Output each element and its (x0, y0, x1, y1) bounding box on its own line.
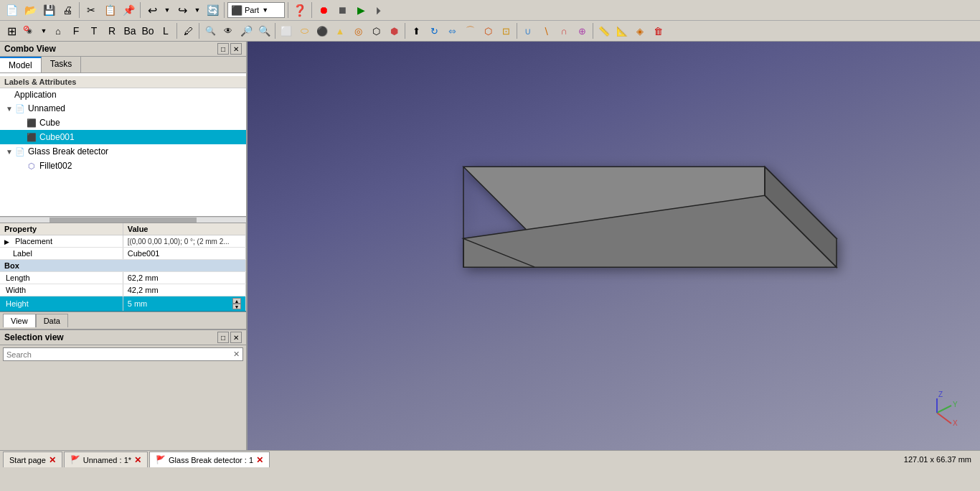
part-mirror-button[interactable]: ⇔ (443, 22, 461, 39)
property-row-placement[interactable]: ▶ Placement [(0,00 0,00 1,00); 0 °; (2 m… (0, 235, 246, 248)
height-down-arrow[interactable]: ▼ (232, 304, 241, 309)
zoom-in-button[interactable]: 🔎 (237, 22, 255, 39)
unnamed-label: Unnamed (28, 103, 65, 113)
zoom-out-button[interactable]: 🔍 (255, 22, 273, 39)
view-left-button[interactable]: L (157, 22, 174, 39)
toolbar-row-2: ⊞ ⊘ ◉ ▼ ⌂ F T R Ba Bo L 🖊 🔍 👁 🔎 🔍 ⬜ ⬭ ⚫ … (0, 21, 980, 41)
tree-item-unnamed[interactable]: ▼ 📄 Unnamed (0, 101, 246, 116)
placement-expand[interactable]: ▶ (4, 238, 13, 246)
tab-data[interactable]: Data (36, 314, 68, 327)
tree-item-cube[interactable]: ⬛ Cube (0, 116, 246, 130)
measure-angular-button[interactable]: 📐 (613, 22, 631, 39)
separator-2 (140, 2, 141, 18)
view-right-button[interactable]: R (103, 22, 121, 39)
3d-viewport[interactable]: X Y Z (248, 42, 980, 450)
view-dropdown-arrow[interactable]: ▼ (39, 22, 49, 39)
search-input[interactable] (6, 350, 233, 359)
cut-button[interactable]: ✂ (83, 1, 100, 19)
open-button[interactable]: 📂 (22, 1, 39, 19)
view-bottom-button[interactable]: Bo (139, 22, 156, 39)
new-button[interactable]: 📄 (3, 1, 20, 19)
start-page-close[interactable]: ✕ (49, 455, 56, 465)
tab-view[interactable]: View (3, 314, 36, 327)
part-revolve-button[interactable]: ↻ (425, 22, 443, 39)
measure-toggle-button[interactable]: ◈ (631, 22, 649, 39)
combo-close-button[interactable]: ✕ (230, 43, 242, 55)
fit-all-button[interactable]: ⊞ (3, 22, 20, 39)
unnamed-tab-close[interactable]: ✕ (134, 455, 141, 465)
property-row-width[interactable]: Width 42,2 mm (0, 284, 246, 296)
property-row-label[interactable]: Label Cube001 (0, 248, 246, 260)
help-button[interactable]: ❓ (291, 1, 308, 19)
measure-linear-button[interactable]: 📏 (595, 22, 613, 39)
tree-item-cube001[interactable]: ⬛ Cube001 (0, 130, 246, 144)
part-extrude-button[interactable]: ⬆ (407, 22, 425, 39)
search-bar[interactable]: ✕ (3, 347, 243, 361)
h-scrollbar[interactable] (0, 217, 246, 223)
fillet002-label: Fillet002 (39, 161, 72, 171)
tab-model[interactable]: Model (0, 57, 42, 73)
fit-selection-button[interactable]: ⊘ ◉ (21, 22, 38, 39)
zoom-box-button[interactable]: 🔍 (202, 22, 219, 39)
undo-arrow[interactable]: ▼ (162, 1, 172, 19)
part-cone-button[interactable]: ▲ (331, 22, 349, 39)
tab-unnamed[interactable]: 🚩 Unnamed : 1* ✕ (64, 452, 148, 467)
property-row-length[interactable]: Length 62,2 mm (0, 272, 246, 284)
search-clear-button[interactable]: ✕ (233, 350, 240, 359)
selection-float-button[interactable]: □ (217, 332, 229, 343)
tree-item-glassbreak[interactable]: ▼ 📄 Glass Break detector (0, 144, 246, 159)
combo-float-button[interactable]: □ (217, 43, 229, 55)
copy-button[interactable]: 📋 (101, 1, 118, 19)
height-spinner[interactable]: 5 mm ▲ ▼ (128, 298, 241, 309)
stereo-button[interactable]: 👁 (220, 22, 237, 39)
macro-stop-button[interactable]: ⏹ (334, 1, 351, 19)
tab-start-page[interactable]: Start page ✕ (3, 452, 62, 467)
part-offset-button[interactable]: ⊡ (497, 22, 514, 39)
part-primitives-button[interactable]: ⬡ (367, 22, 385, 39)
paste-button[interactable]: 📌 (120, 1, 137, 19)
separator-9 (405, 23, 405, 39)
tab-tasks[interactable]: Tasks (42, 57, 82, 73)
property-row-height[interactable]: Height 5 mm ▲ ▼ (0, 296, 246, 312)
part-fillet-button[interactable]: ⌒ (461, 22, 479, 39)
undo-button[interactable]: ↩ (143, 1, 161, 19)
refresh-button[interactable]: 🔄 (204, 1, 221, 19)
glassbreak-expand: ▼ (6, 148, 14, 156)
selection-close-button[interactable]: ✕ (230, 332, 242, 343)
boolean-button[interactable]: ⊕ (573, 22, 590, 39)
unnamed-expand: ▼ (6, 105, 14, 113)
print-button[interactable]: 🖨 (59, 1, 76, 19)
part-cylinder-button[interactable]: ⬭ (296, 22, 313, 39)
part-shapebuilder-button[interactable]: ⬢ (385, 22, 402, 39)
save-button[interactable]: 💾 (40, 1, 57, 19)
height-name: Height (0, 296, 123, 312)
glassbreak-tab-label: Glass Break detector : 1 (169, 456, 253, 464)
workbench-dropdown[interactable]: ⬛ Part ▼ (227, 2, 285, 18)
height-up-arrow[interactable]: ▲ (232, 298, 241, 304)
x-axis-label: X (953, 419, 958, 427)
tab-glassbreak[interactable]: 🚩 Glass Break detector : 1 ✕ (149, 452, 270, 467)
boolean-cut-button[interactable]: ∖ (537, 22, 555, 39)
redo-arrow[interactable]: ▼ (192, 1, 202, 19)
macro-more-button[interactable]: ⏵ (371, 1, 388, 19)
view-home-button[interactable]: ⌂ (50, 22, 67, 39)
macro-record-button[interactable]: ⏺ (315, 1, 332, 19)
redo-button[interactable]: ↪ (174, 1, 191, 19)
glassbreak-tab-close[interactable]: ✕ (256, 455, 263, 465)
combo-view-title: Combo View (4, 44, 56, 54)
part-box-button[interactable]: ⬜ (278, 22, 295, 39)
separator-8 (275, 23, 275, 39)
view-top-button[interactable]: T (85, 22, 103, 39)
macro-run-button[interactable]: ▶ (352, 1, 369, 19)
boolean-union-button[interactable]: ∪ (519, 22, 537, 39)
part-chamfer-button[interactable]: ⬡ (479, 22, 496, 39)
measure-clear-button[interactable]: 🗑 (649, 22, 666, 39)
draw-style-button[interactable]: 🖊 (179, 22, 197, 39)
tree-item-application[interactable]: Application (0, 88, 246, 101)
tree-item-fillet002[interactable]: ⬡ Fillet002 (0, 159, 246, 173)
part-sphere-button[interactable]: ⚫ (314, 22, 331, 39)
part-torus-button[interactable]: ◎ (349, 22, 367, 39)
view-front-button[interactable]: F (67, 22, 85, 39)
boolean-intersect-button[interactable]: ∩ (555, 22, 573, 39)
view-rear-button[interactable]: Ba (121, 22, 138, 39)
